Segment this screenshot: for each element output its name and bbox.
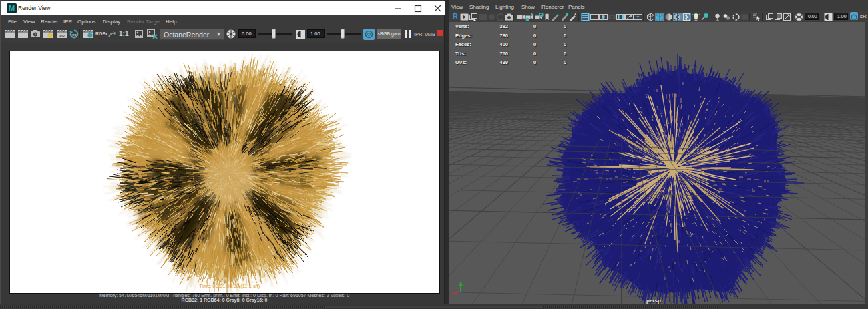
svg-text:IPR: IPR — [59, 34, 65, 38]
svg-text:IPR: IPR — [71, 34, 77, 37]
svg-text:Time: 00:01:00:00 (11.1 s/f): Time: 00:01:00:00 (11.1 s/f) — [199, 283, 260, 289]
svg-text:T: T — [636, 15, 640, 20]
